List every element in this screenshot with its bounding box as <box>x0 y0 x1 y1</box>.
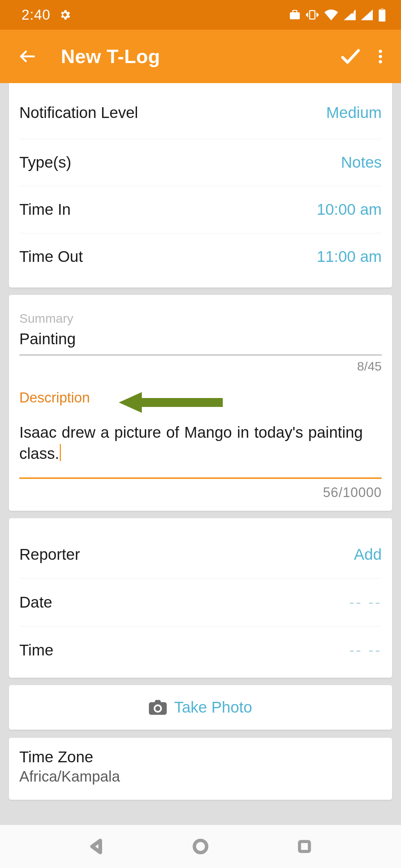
types-label: Type(s) <box>19 154 71 171</box>
signal-x-icon: x <box>344 9 356 20</box>
date-value: -- -- <box>349 594 382 611</box>
summary-description-card: Summary 8/45 Description Isaac drew a pi… <box>9 295 392 511</box>
reporter-row[interactable]: Reporter Add <box>9 531 392 578</box>
app-bar: New T-Log <box>0 30 401 83</box>
svg-rect-4 <box>379 10 385 22</box>
svg-rect-0 <box>290 12 300 19</box>
wifi-icon <box>324 9 339 21</box>
circle-home-icon <box>192 838 209 855</box>
time-row[interactable]: Time -- -- <box>9 627 392 674</box>
details-card: Notification Level Medium Type(s) Notes … <box>9 83 392 287</box>
vibrate-icon <box>306 9 319 20</box>
svg-rect-5 <box>381 8 383 10</box>
date-label: Date <box>19 594 52 611</box>
nav-recent-button[interactable] <box>291 834 317 859</box>
svg-point-7 <box>195 841 207 853</box>
time-out-row[interactable]: Time Out 11:00 am <box>9 233 392 280</box>
timezone-card[interactable]: Time Zone Africa/Kampala <box>9 738 392 800</box>
reporter-date-time-card: Reporter Add Date -- -- Time -- -- <box>9 518 392 678</box>
description-label: Description <box>19 390 382 406</box>
date-row[interactable]: Date -- -- <box>9 579 392 626</box>
notification-level-row[interactable]: Notification Level Medium <box>9 83 392 139</box>
page-title: New T-Log <box>61 45 336 68</box>
types-value: Notes <box>341 154 382 171</box>
notification-level-value: Medium <box>326 104 382 122</box>
status-bar: 2:40 x <box>0 0 401 30</box>
time-label: Time <box>19 641 53 659</box>
time-in-row[interactable]: Time In 10:00 am <box>9 186 392 233</box>
take-photo-button[interactable]: Take Photo <box>9 685 392 730</box>
svg-rect-1 <box>293 10 297 13</box>
svg-rect-2 <box>310 11 315 19</box>
types-row[interactable]: Type(s) Notes <box>9 139 392 186</box>
more-vert-icon <box>379 48 382 65</box>
battery-icon <box>378 8 386 22</box>
check-icon <box>339 45 362 68</box>
time-in-label: Time In <box>19 201 71 218</box>
confirm-button[interactable] <box>336 42 365 71</box>
summary-counter: 8/45 <box>19 359 382 374</box>
reporter-label: Reporter <box>19 546 80 563</box>
status-time: 2:40 <box>22 7 50 23</box>
time-in-value: 10:00 am <box>317 201 382 218</box>
description-counter: 56/10000 <box>19 485 382 500</box>
reporter-add-link[interactable]: Add <box>354 546 382 563</box>
triangle-back-icon <box>88 838 105 855</box>
take-photo-label: Take Photo <box>174 698 252 716</box>
square-recent-icon <box>297 839 312 854</box>
notification-level-label: Notification Level <box>19 104 138 122</box>
back-button[interactable] <box>16 45 39 68</box>
nav-back-button[interactable] <box>84 834 110 859</box>
time-out-label: Time Out <box>19 248 83 266</box>
time-value: -- -- <box>349 641 382 659</box>
signal-icon <box>361 9 373 20</box>
briefcase-icon <box>289 10 301 20</box>
description-text: Isaac drew a picture of Mango in today's… <box>19 424 363 462</box>
content-scroll[interactable]: Notification Level Medium Type(s) Notes … <box>0 83 401 825</box>
gear-icon <box>59 9 71 21</box>
summary-input[interactable] <box>19 328 382 355</box>
time-out-value: 11:00 am <box>317 248 382 266</box>
system-nav-bar <box>0 825 401 868</box>
text-cursor <box>60 444 61 461</box>
svg-rect-8 <box>300 842 310 852</box>
summary-label: Summary <box>19 311 382 326</box>
timezone-value: Africa/Kampala <box>19 768 382 785</box>
timezone-label: Time Zone <box>19 748 382 766</box>
overflow-menu-button[interactable] <box>370 42 391 71</box>
camera-icon <box>149 700 167 715</box>
svg-text:x: x <box>352 9 355 15</box>
description-input[interactable]: Isaac drew a picture of Mango in today's… <box>19 422 382 479</box>
nav-home-button[interactable] <box>188 834 213 859</box>
arrow-left-icon <box>18 47 37 66</box>
